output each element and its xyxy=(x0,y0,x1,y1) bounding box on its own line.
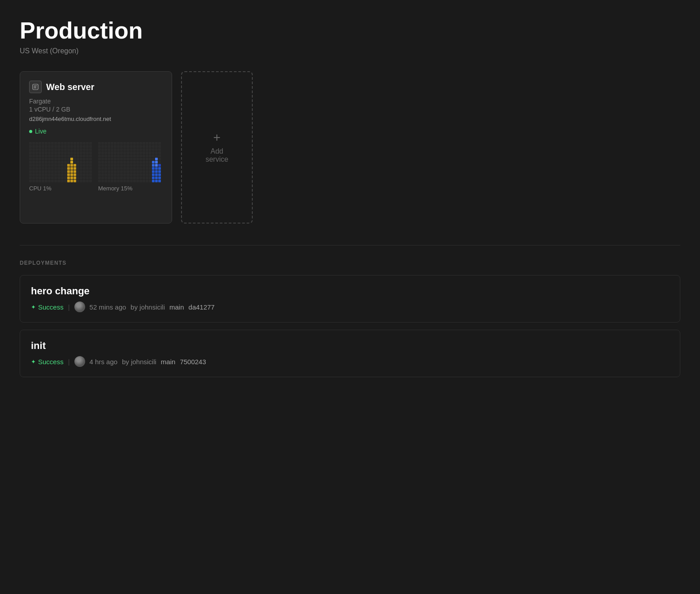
deployment-card-0[interactable]: hero change ✦ Success | 52 mins ago by j… xyxy=(20,275,680,323)
deployment-by-1: by johnsicili xyxy=(122,358,156,366)
cpu-metric: CPU 1% xyxy=(29,142,94,192)
page-container: Production US West (Oregon) Web server F… xyxy=(0,0,700,402)
cpu-chart xyxy=(29,142,92,182)
service-card-web-server[interactable]: Web server Fargate 1 vCPU / 2 GB d286jmn… xyxy=(20,71,172,224)
avatar-image-0 xyxy=(74,301,85,312)
svg-rect-3 xyxy=(34,88,37,88)
sparkle-icon-0: ✦ xyxy=(31,304,36,310)
deployment-branch-1: main xyxy=(161,358,176,366)
deployment-card-1[interactable]: init ✦ Success | 4 hrs ago by johnsicili… xyxy=(20,330,680,377)
service-status: Live xyxy=(29,128,163,135)
service-url: d286jmn44e6tmu.cloudfront.net xyxy=(29,116,163,122)
deployments-heading: DEPLOYMENTS xyxy=(20,260,680,266)
deployments-section: DEPLOYMENTS hero change ✦ Success | 52 m… xyxy=(20,260,680,377)
service-type: Fargate xyxy=(29,98,163,105)
cpu-label: CPU 1% xyxy=(29,185,94,192)
deployment-by-0: by johnsicili xyxy=(130,303,165,311)
deployment-meta-1: ✦ Success | 4 hrs ago by johnsicili main… xyxy=(31,356,669,367)
deployment-status-0: ✦ Success xyxy=(31,303,64,311)
deployment-name-1: init xyxy=(31,340,669,352)
status-dot xyxy=(29,130,32,133)
add-service-label: Addservice xyxy=(206,147,229,164)
avatar-image-1 xyxy=(74,356,85,367)
avatar-0 xyxy=(74,301,85,312)
service-name: Web server xyxy=(46,82,94,92)
deployment-branch-0: main xyxy=(169,303,184,311)
memory-label: Memory 15% xyxy=(98,185,163,192)
metrics-row: CPU 1% Memory 15% xyxy=(29,142,163,192)
service-icon xyxy=(29,81,42,93)
page-header: Production US West (Oregon) xyxy=(20,18,680,55)
service-card-header: Web server xyxy=(29,81,163,93)
deployment-hash-0: da41277 xyxy=(189,303,215,311)
add-service-card[interactable]: + Addservice xyxy=(181,71,253,224)
add-service-icon: + xyxy=(213,131,220,144)
deployment-name-0: hero change xyxy=(31,285,669,297)
svg-rect-1 xyxy=(34,86,37,86)
avatar-1 xyxy=(74,356,85,367)
deployment-status-label-1: Success xyxy=(38,358,64,366)
memory-chart xyxy=(98,142,161,182)
section-divider xyxy=(20,245,680,245)
deployment-hash-1: 7500243 xyxy=(180,358,206,366)
deployment-time-1: 4 hrs ago xyxy=(90,358,118,366)
service-spec: 1 vCPU / 2 GB xyxy=(29,106,163,113)
memory-metric: Memory 15% xyxy=(98,142,163,192)
deployment-time-0: 52 mins ago xyxy=(90,303,126,311)
page-title: Production xyxy=(20,18,680,43)
services-row: Web server Fargate 1 vCPU / 2 GB d286jmn… xyxy=(20,71,680,224)
svg-rect-2 xyxy=(34,87,36,87)
deployment-status-1: ✦ Success xyxy=(31,358,64,366)
deployment-status-label-0: Success xyxy=(38,303,64,311)
page-subtitle: US West (Oregon) xyxy=(20,47,680,55)
sparkle-icon-1: ✦ xyxy=(31,358,36,365)
deployment-meta-0: ✦ Success | 52 mins ago by johnsicili ma… xyxy=(31,301,669,312)
service-status-label: Live xyxy=(35,128,47,135)
